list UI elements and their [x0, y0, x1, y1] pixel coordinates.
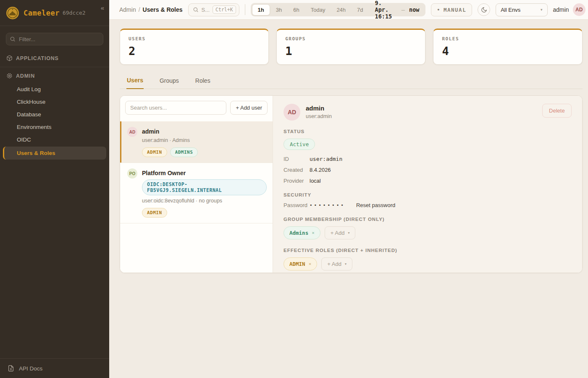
group-badge: ADMINS — [170, 147, 198, 157]
time-display[interactable]: 9. Apr. 16:15 — now — [369, 0, 425, 20]
user-list-pane: + Add user AD admin user:admin · Admins … — [120, 96, 273, 273]
range-7d[interactable]: 7d — [352, 5, 368, 15]
reset-password-link[interactable]: Reset password — [356, 202, 395, 208]
build-hash: 69dcce2 — [63, 10, 86, 16]
stat-value: 1 — [285, 45, 417, 58]
groups-section-title: GROUP MEMBERSHIP (DIRECT ONLY) — [284, 217, 572, 222]
sidebar-item-oidc[interactable]: OIDC — [0, 134, 109, 146]
sidebar-item-database[interactable]: Database — [0, 108, 109, 121]
sidebar-section-admin[interactable]: ADMIN — [0, 69, 109, 83]
security-section-title: SECURITY — [284, 192, 572, 197]
user-menu[interactable]: admin AD — [553, 3, 587, 16]
role-badge: ADMIN — [142, 147, 167, 157]
role-chip-row: ADMIN × + Add ▾ — [284, 257, 572, 270]
users-panel: + Add user AD admin user:admin · Admins … — [120, 95, 583, 273]
breadcrumb-current: Users & Roles — [143, 6, 183, 13]
topbar-divider — [245, 4, 245, 15]
range-today[interactable]: Today — [305, 5, 331, 15]
info-label: Provider — [284, 178, 310, 184]
tab-roles[interactable]: Roles — [195, 74, 211, 89]
sidebar-item-users-roles[interactable]: Users & Roles — [3, 147, 106, 160]
detail-header: AD admin user:admin Delete — [284, 104, 572, 121]
user-detail-pane: AD admin user:admin Delete STATUS Active… — [273, 96, 582, 273]
refresh-mode-badge[interactable]: • MANUAL — [431, 3, 472, 16]
time-to: now — [409, 6, 419, 13]
detail-user-name: admin — [306, 104, 332, 112]
breadcrumb-separator: / — [139, 6, 140, 13]
oidc-badge: OIDC:DESKTOP-FB5VGJ9.SIEGELN.INTERNAL — [142, 179, 267, 195]
tab-users[interactable]: Users — [126, 74, 144, 89]
time-separator: — — [402, 6, 405, 13]
time-from: 9. Apr. 16:15 — [375, 0, 397, 20]
sidebar-filter — [6, 33, 103, 45]
user-meta: user:oidc:8evzqofluhld · no groups — [142, 198, 267, 204]
password-mask: •••••••• — [310, 202, 345, 208]
api-docs-link[interactable]: API Docs — [0, 358, 109, 378]
role-chip-admin: ADMIN × — [284, 257, 317, 270]
mode-label: MANUAL — [444, 7, 466, 13]
search-placeholder-text: S... — [202, 7, 210, 13]
stat-card-users: USERS 2 — [120, 29, 269, 65]
remove-icon[interactable]: × — [312, 230, 315, 236]
info-value: 8.4.2026 — [310, 167, 331, 173]
topbar: Admin/Users & Roles S... Ctrl+K 1h 3h 6h… — [109, 0, 588, 20]
breadcrumb-parent[interactable]: Admin — [119, 6, 136, 13]
sidebar-header: Cameleer 69dcce2 « — [0, 0, 109, 26]
sidebar-item-clickhouse[interactable]: ClickHouse — [0, 96, 109, 108]
info-row-provider: Provider local — [284, 178, 572, 184]
environment-select[interactable]: All Envs ▾ — [496, 3, 547, 16]
content: USERS 2 GROUPS 1 ROLES 4 Users Groups Ro… — [109, 20, 588, 378]
stat-label: USERS — [129, 36, 260, 42]
tab-groups[interactable]: Groups — [159, 74, 179, 89]
user-list-item-admin[interactable]: AD admin user:admin · Admins ADMIN ADMIN… — [120, 121, 273, 163]
cameleer-logo-icon — [6, 6, 19, 20]
filter-input[interactable] — [6, 33, 103, 45]
search-icon — [10, 36, 16, 42]
chevron-down-icon: ▾ — [541, 8, 543, 12]
delete-user-button[interactable]: Delete — [542, 104, 572, 118]
theme-toggle-button[interactable] — [478, 3, 490, 16]
stat-card-roles: ROLES 4 — [433, 29, 582, 65]
role-badge: ADMIN — [142, 208, 167, 218]
user-list-item-platform-owner[interactable]: PO Platform Owner OIDC:DESKTOP-FB5VGJ9.S… — [120, 163, 273, 223]
chip-label: ADMIN — [289, 261, 305, 267]
add-label: + Add — [331, 230, 345, 236]
sidebar-item-audit-log[interactable]: Audit Log — [0, 83, 109, 95]
mode-dot-icon: • — [437, 7, 440, 13]
add-role-button[interactable]: + Add ▾ — [321, 257, 352, 270]
roles-section-title: EFFECTIVE ROLES (DIRECT + INHERITED) — [284, 248, 572, 253]
add-group-button[interactable]: + Add ▾ — [325, 226, 356, 239]
breadcrumb: Admin/Users & Roles — [119, 6, 183, 13]
stat-value: 4 — [442, 45, 573, 58]
info-label: Created — [284, 167, 310, 173]
range-3h[interactable]: 3h — [270, 5, 287, 15]
badge-row: ADMIN — [142, 208, 267, 218]
detail-user-id: user:admin — [306, 113, 332, 119]
user-name: Platform Owner — [142, 168, 267, 176]
search-users-input[interactable] — [125, 101, 226, 115]
status-badge: Active — [284, 139, 315, 150]
chevron-down-icon: ▾ — [348, 231, 349, 235]
range-6h[interactable]: 6h — [288, 5, 304, 15]
range-1h[interactable]: 1h — [252, 4, 270, 16]
avatar[interactable]: AD — [573, 3, 585, 16]
range-24h[interactable]: 24h — [331, 5, 351, 15]
remove-icon[interactable]: × — [309, 261, 312, 267]
time-range-control: 1h 3h 6h Today 24h 7d 9. Apr. 16:15 — no… — [251, 3, 426, 16]
detail-title-block: admin user:admin — [306, 104, 332, 119]
user-meta: user:admin · Admins — [142, 137, 198, 143]
search-icon — [193, 7, 199, 13]
sidebar-item-environments[interactable]: Environments — [0, 121, 109, 133]
info-value: local — [310, 178, 321, 184]
document-icon — [8, 365, 14, 372]
sidebar-collapse-icon[interactable]: « — [101, 4, 104, 11]
global-search-button[interactable]: S... Ctrl+K — [188, 3, 239, 16]
avatar: PO — [127, 168, 137, 178]
stat-card-groups: GROUPS 1 — [276, 29, 425, 65]
avatar: AD — [127, 127, 137, 137]
add-user-button[interactable]: + Add user — [230, 101, 268, 115]
avatar: AD — [284, 104, 300, 121]
sidebar-section-applications[interactable]: APPLICATIONS — [0, 51, 109, 65]
user-name: admin — [142, 127, 198, 135]
user-list-toolbar: + Add user — [120, 96, 273, 121]
